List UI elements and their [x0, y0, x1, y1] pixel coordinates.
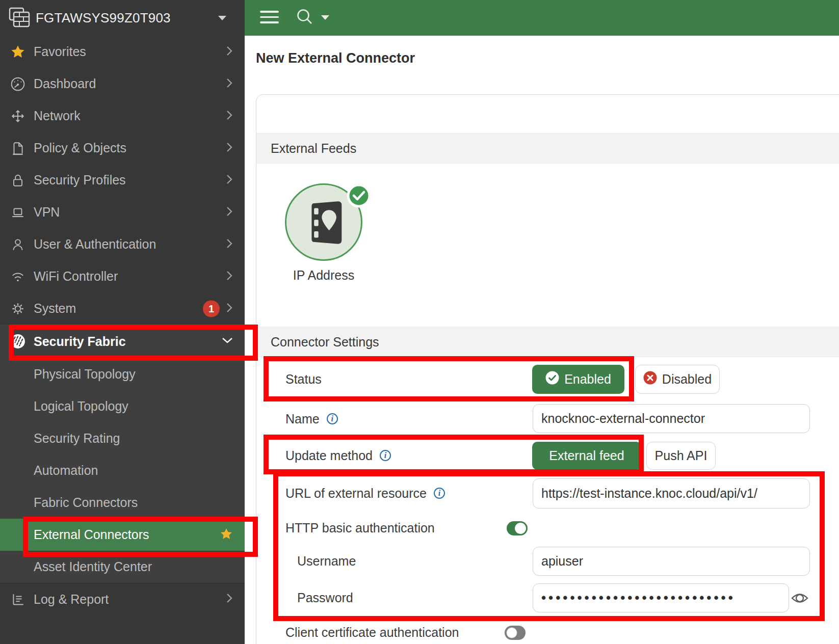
check-circle-icon: [545, 371, 559, 388]
sidebar-item-dashboard[interactable]: Dashboard: [0, 68, 245, 100]
update-method-push-api-button[interactable]: Push API: [646, 442, 716, 470]
chevron-right-icon: [226, 302, 232, 315]
status-label: Status: [285, 371, 322, 387]
user-icon: [10, 237, 25, 252]
update-method-label: Update method i: [285, 447, 391, 464]
sidebar-item-security-rating[interactable]: Security Rating: [0, 422, 245, 454]
log-chart-icon: [10, 592, 25, 607]
lock-icon: [10, 173, 25, 188]
chevron-right-icon: [226, 142, 232, 155]
status-enabled-button[interactable]: Enabled: [532, 365, 624, 394]
chevron-down-icon: [221, 337, 233, 346]
top-bar: [245, 0, 839, 36]
search-caret-down-icon: [321, 15, 329, 20]
http-basic-auth-toggle[interactable]: [507, 521, 528, 535]
x-circle-icon: [643, 371, 657, 388]
sidebar-item-wifi-controller[interactable]: WiFi Controller: [0, 260, 245, 292]
sidebar-item-log-report[interactable]: Log & Report: [0, 583, 245, 615]
sidebar-item-logical-topology[interactable]: Logical Topology: [0, 390, 245, 422]
sidebar-item-security-fabric[interactable]: Security Fabric: [0, 325, 245, 358]
menu-hamburger-icon[interactable]: [260, 11, 279, 25]
username-input[interactable]: apiuser: [533, 547, 810, 576]
sidebar-item-external-connectors[interactable]: External Connectors: [0, 519, 245, 551]
address-book-pin-icon: [306, 199, 345, 248]
sidebar-item-policy-objects[interactable]: Policy & Objects: [0, 132, 245, 164]
username-label: Username: [297, 553, 356, 569]
external-feeds-section-header: External Feeds: [256, 133, 839, 164]
status-disabled-button[interactable]: Disabled: [635, 365, 720, 394]
enabled-check-badge-icon: [346, 183, 372, 208]
sidebar-item-fabric-connectors[interactable]: Fabric Connectors: [0, 487, 245, 519]
gauge-icon: [10, 76, 25, 92]
favorite-star-icon[interactable]: [219, 527, 233, 543]
sidebar-item-security-profiles[interactable]: Security Profiles: [0, 164, 245, 196]
wifi-icon: [10, 269, 25, 284]
sidebar-item-favorites[interactable]: Favorites: [0, 36, 245, 68]
fortigate-screen: FGTAWSYS99Z0T903 Favorites Dashboard Net…: [0, 0, 839, 644]
chevron-right-icon: [226, 270, 232, 283]
sidebar-item-system[interactable]: System 1: [0, 292, 245, 325]
chevron-right-icon: [226, 77, 232, 91]
client-cert-auth-toggle[interactable]: [505, 626, 526, 640]
connector-settings-section-header: Connector Settings: [256, 327, 839, 357]
device-name: FGTAWSYS99Z0T903: [36, 0, 171, 36]
feed-tile-label: IP Address: [273, 268, 375, 283]
chevron-right-icon: [226, 593, 232, 606]
http-basic-auth-label: HTTP basic authentication: [285, 520, 435, 536]
gear-icon: [10, 301, 25, 316]
chevron-right-icon: [226, 110, 232, 123]
laptop-icon: [10, 205, 25, 220]
toggle-knob: [515, 523, 526, 534]
chevron-right-icon: [226, 238, 232, 251]
info-icon[interactable]: i: [327, 413, 338, 424]
system-alert-badge: 1: [203, 300, 220, 317]
search-button[interactable]: [296, 8, 329, 28]
sidebar-item-vpn[interactable]: VPN: [0, 196, 245, 228]
star-icon: [10, 44, 25, 60]
sidebar-item-asset-identity-center[interactable]: Asset Identity Center: [0, 551, 245, 583]
feed-type-ip-address[interactable]: [285, 183, 362, 261]
chevron-right-icon: [226, 206, 232, 219]
sidebar-item-physical-topology[interactable]: Physical Topology: [0, 358, 245, 390]
page-title: New External Connector: [256, 50, 415, 66]
device-selector[interactable]: FGTAWSYS99Z0T903: [0, 0, 245, 36]
connector-form-card: External Feeds IP Address Connector Sett…: [256, 94, 839, 644]
show-password-eye-icon[interactable]: [790, 588, 810, 610]
update-method-external-feed-button[interactable]: External feed: [532, 442, 641, 470]
client-cert-auth-label: Client certificate authentication: [285, 624, 459, 640]
info-icon[interactable]: i: [434, 488, 445, 499]
sidebar: FGTAWSYS99Z0T903 Favorites Dashboard Net…: [0, 0, 245, 644]
password-input[interactable]: •••••••••••••••••••••••••••: [533, 583, 789, 612]
search-icon: [296, 21, 316, 30]
security-fabric-section: Security Fabric Physical Topology Logica…: [0, 325, 245, 583]
security-fabric-icon: [10, 334, 25, 349]
sidebar-item-user-authentication[interactable]: User & Authentication: [0, 228, 245, 260]
info-icon[interactable]: i: [380, 450, 391, 461]
toggle-knob: [506, 627, 517, 638]
url-label: URL of external resource i: [285, 485, 445, 501]
chevron-right-icon: [226, 45, 232, 59]
device-caret-down-icon: [218, 16, 226, 20]
sidebar-item-automation[interactable]: Automation: [0, 454, 245, 487]
password-label: Password: [297, 589, 353, 606]
masked-password-dots: •••••••••••••••••••••••••••: [541, 583, 736, 612]
url-input[interactable]: https://test-instance.knoc.cloud/api/v1/: [533, 478, 810, 508]
sidebar-item-network[interactable]: Network: [0, 100, 245, 132]
chevron-right-icon: [226, 174, 232, 187]
document-icon: [10, 141, 25, 156]
name-input[interactable]: knocknoc-external-connector: [533, 404, 810, 433]
name-label: Name i: [285, 411, 338, 427]
firewall-device-icon: [8, 7, 32, 31]
move-arrows-icon: [10, 109, 25, 124]
